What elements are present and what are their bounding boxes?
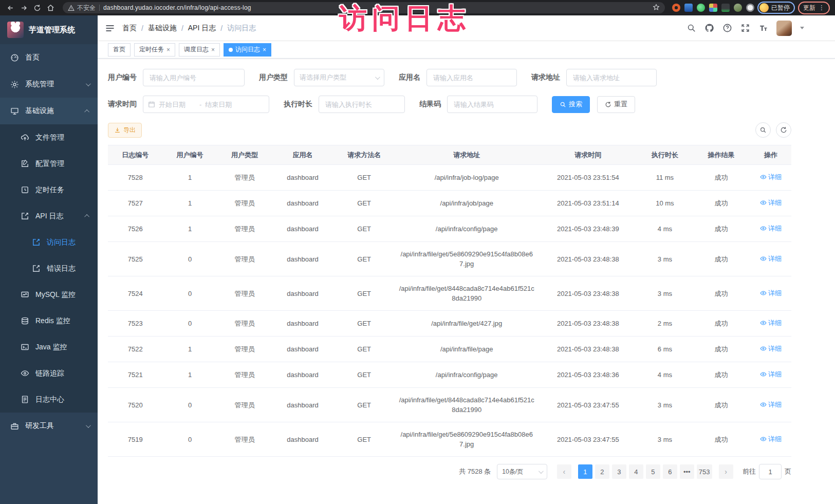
home-icon[interactable] <box>45 3 55 13</box>
page-tag[interactable]: 调度日志 × <box>179 43 220 57</box>
page-tag[interactable]: 首页 <box>108 43 131 57</box>
duration-input[interactable] <box>319 96 405 113</box>
user-avatar[interactable] <box>776 21 792 36</box>
page-tag[interactable]: 定时任务 × <box>134 43 175 57</box>
end-date-input[interactable] <box>205 101 242 108</box>
security-warning-icon[interactable]: 不安全 <box>68 4 96 12</box>
sidebar-item-log-center[interactable]: 日志中心 <box>0 386 98 413</box>
user-id-input[interactable] <box>143 69 245 86</box>
extension-icon-7[interactable] <box>746 4 754 12</box>
sidebar-item-file[interactable]: 文件管理 <box>0 124 98 151</box>
sidebar-item-trace[interactable]: 链路追踪 <box>0 360 98 386</box>
sidebar-item-job[interactable]: 定时任务 <box>0 177 98 203</box>
close-icon[interactable]: × <box>166 47 170 53</box>
search-icon[interactable] <box>686 23 696 33</box>
page-number-button[interactable]: 4 <box>629 464 643 479</box>
request-url-input[interactable] <box>566 69 657 86</box>
gear-icon <box>10 80 19 89</box>
extension-icon-6[interactable] <box>734 4 742 12</box>
bookmark-star-icon[interactable] <box>653 4 660 12</box>
sidebar-item-label: Redis 监控 <box>35 316 70 326</box>
back-icon[interactable] <box>5 3 15 13</box>
table-row: 7525 0 管理员 dashboard GET /api/infra/file… <box>108 242 791 276</box>
extension-icon-2[interactable] <box>684 4 693 12</box>
sidebar-item-redis[interactable]: Redis 监控 <box>0 308 98 334</box>
cell-log-id: 7526 <box>108 216 162 242</box>
detail-link[interactable]: 详细 <box>760 434 782 444</box>
page-tag[interactable]: 访问日志 × <box>224 43 271 57</box>
toggle-search-button[interactable] <box>755 122 771 138</box>
page-number-button[interactable]: 3 <box>612 464 626 479</box>
url-text[interactable]: dashboard.yudao.iocoder.cn/infra/log/api… <box>103 4 649 11</box>
app-name-input[interactable] <box>426 69 517 86</box>
extension-icon-5[interactable] <box>721 4 730 12</box>
browser-menu-icon[interactable]: ⋮ <box>819 4 825 11</box>
export-button[interactable]: 导出 <box>108 123 142 138</box>
sidebar-item-mysql[interactable]: MySQL 监控 <box>0 282 98 308</box>
breadcrumb-item[interactable]: 首页 <box>122 24 137 33</box>
tag-label: 访问日志 <box>235 45 260 54</box>
refresh-table-button[interactable] <box>776 122 791 138</box>
next-page-button[interactable]: › <box>719 464 733 479</box>
detail-link[interactable]: 详细 <box>760 318 782 328</box>
sidebar-item-access-log[interactable]: 访问日志 <box>0 229 98 255</box>
chevron-up-icon <box>84 214 89 219</box>
page-number-button[interactable]: 5 <box>646 464 660 479</box>
breadcrumb-current: 访问日志 <box>227 24 256 33</box>
prev-page-button[interactable]: ‹ <box>557 464 571 479</box>
detail-link[interactable]: 详细 <box>760 344 782 353</box>
hamburger-icon[interactable] <box>105 23 115 33</box>
cell-user-id: 1 <box>162 362 217 388</box>
extension-icon-1[interactable] <box>672 4 680 12</box>
browser-profile-chip[interactable]: 已暂停 <box>757 2 795 14</box>
breadcrumb-item[interactable]: API 日志 <box>188 24 216 33</box>
sidebar-item-api-log[interactable]: API 日志 <box>0 203 98 229</box>
cell-method: GET <box>333 165 395 191</box>
page-number-button[interactable]: ••• <box>680 464 694 479</box>
page-number-button[interactable]: 1 <box>578 464 592 479</box>
breadcrumb-item[interactable]: 基础设施 <box>148 24 177 33</box>
close-icon[interactable]: × <box>211 47 215 53</box>
github-icon[interactable] <box>704 23 714 33</box>
user-type-select[interactable]: 请选择用户类型 <box>294 69 384 86</box>
sidebar-item-config[interactable]: 配置管理 <box>0 151 98 177</box>
detail-link[interactable]: 详细 <box>760 254 782 264</box>
detail-link[interactable]: 详细 <box>760 369 782 379</box>
date-range-picker[interactable]: - <box>143 96 269 113</box>
detail-link[interactable]: 详细 <box>760 172 782 182</box>
browser-update-button[interactable]: 更新 ⋮ <box>798 2 830 14</box>
search-button[interactable]: 搜索 <box>552 96 590 113</box>
cell-result: 成功 <box>692 191 750 216</box>
cell-user-type: 管理员 <box>217 276 272 311</box>
fullscreen-icon[interactable] <box>740 23 750 33</box>
page-number-button[interactable]: 2 <box>595 464 609 479</box>
app-logo-bar[interactable]: 芋道管理系统 <box>0 15 98 44</box>
sidebar-item-dev-tools[interactable]: 研发工具 <box>0 413 98 439</box>
caret-down-icon[interactable] <box>800 27 804 29</box>
page-number-button[interactable]: 6 <box>663 464 677 479</box>
sidebar-item-home[interactable]: 首页 <box>0 44 98 71</box>
result-code-input[interactable] <box>447 96 537 113</box>
detail-link[interactable]: 详细 <box>760 288 782 298</box>
goto-page-input[interactable] <box>759 464 782 479</box>
close-icon[interactable]: × <box>263 47 266 53</box>
detail-link[interactable]: 详细 <box>760 198 782 208</box>
extension-icon-4[interactable] <box>709 4 717 12</box>
detail-link[interactable]: 详细 <box>760 223 782 233</box>
forward-icon[interactable] <box>18 3 29 13</box>
font-size-icon[interactable] <box>758 23 768 33</box>
page-number-button[interactable]: 753 <box>697 464 712 479</box>
sidebar-item-error-log[interactable]: 错误日志 <box>0 255 98 282</box>
start-date-input[interactable] <box>159 101 196 108</box>
detail-link[interactable]: 详细 <box>760 400 782 409</box>
reset-button[interactable]: 重置 <box>597 96 635 113</box>
pagination: 共 7528 条 10条/页 ‹ 123456•••753 › 前往 页 <box>108 464 791 490</box>
sidebar-item-java[interactable]: Java 监控 <box>0 334 98 360</box>
address-bar[interactable]: 不安全 dashboard.yudao.iocoder.cn/infra/log… <box>63 2 665 13</box>
reload-icon[interactable] <box>32 3 42 13</box>
extension-icon-3[interactable] <box>697 4 705 12</box>
help-icon[interactable] <box>722 23 732 33</box>
page-size-select[interactable]: 10条/页 <box>497 464 547 479</box>
sidebar-item-system[interactable]: 系统管理 <box>0 71 98 98</box>
sidebar-item-infra[interactable]: 基础设施 <box>0 98 98 124</box>
